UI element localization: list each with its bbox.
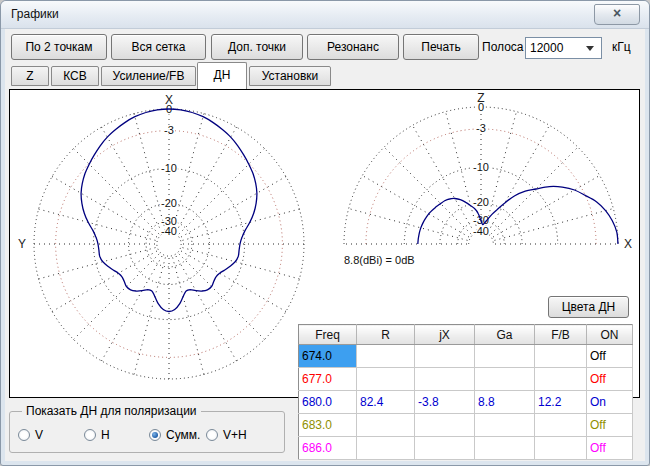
cell-freq[interactable]: 680.0: [299, 391, 357, 414]
db-ring-label: -3: [476, 122, 486, 134]
cell-freq[interactable]: 674.0: [299, 345, 357, 368]
db-ring-label: -40: [161, 225, 177, 237]
cell-freq[interactable]: 677.0: [299, 368, 357, 391]
db-ring-label: -10: [161, 162, 177, 174]
polarization-title: Показать ДН для поляризации: [22, 404, 201, 418]
graphs-window: Графики × По 2 точкам Вся сетка Доп. точ…: [0, 0, 650, 466]
radio-circle-icon[interactable]: [18, 429, 30, 441]
db-ring-label: -40: [473, 225, 489, 237]
col-ga: Ga: [475, 325, 535, 345]
cell-on[interactable]: Off: [587, 414, 633, 437]
cell-ga[interactable]: [475, 368, 535, 391]
cell-freq[interactable]: 686.0: [299, 437, 357, 460]
db-ring-label: -20: [473, 196, 489, 208]
cell-ga[interactable]: [475, 437, 535, 460]
polar-grid: [34, 109, 304, 379]
tab-gain-fb[interactable]: Усиление/FB: [101, 66, 196, 86]
db-ring-label: -10: [473, 161, 489, 173]
cell-fb[interactable]: [535, 345, 587, 368]
cell-jx[interactable]: [415, 368, 475, 391]
table-row[interactable]: 683.0 Off: [299, 414, 633, 437]
frequency-table: Freq R jX Ga F/B ON 674.0 Off 677.0 Off …: [298, 324, 633, 460]
whole-grid-button[interactable]: Вся сетка: [111, 34, 206, 60]
col-freq: Freq: [299, 325, 357, 345]
radio-circle-icon[interactable]: [84, 429, 96, 441]
col-r: R: [357, 325, 415, 345]
cell-on[interactable]: Off: [587, 368, 633, 391]
cell-r[interactable]: [357, 368, 415, 391]
axis-label: X: [624, 237, 632, 251]
cell-ga[interactable]: [475, 345, 535, 368]
cell-jx[interactable]: [415, 345, 475, 368]
col-jx: jX: [415, 325, 475, 345]
resonance-button[interactable]: Резонанс: [307, 34, 399, 60]
col-fb: F/B: [535, 325, 587, 345]
cell-fb[interactable]: [535, 414, 587, 437]
cell-on[interactable]: Off: [587, 345, 633, 368]
polarization-groupbox: Показать ДН для поляризации V H Сумм. V+…: [9, 411, 285, 453]
radio-circle-icon[interactable]: [149, 429, 161, 441]
table-row[interactable]: 686.0 Off: [299, 437, 633, 460]
radio-sum-label: Сумм.: [166, 428, 200, 442]
cell-jx[interactable]: -3.8: [415, 391, 475, 414]
window-title: Графики: [11, 7, 59, 21]
radio-v-label: V: [35, 428, 43, 442]
radio-sum[interactable]: Сумм.: [149, 428, 200, 442]
radio-circle-icon[interactable]: [206, 429, 218, 441]
cell-r[interactable]: [357, 437, 415, 460]
polar-azimuth-chart: 0-3-10-20-30-40XY: [18, 93, 304, 379]
by-2-points-button[interactable]: По 2 точкам: [11, 34, 107, 60]
radio-v-plus-h[interactable]: V+H: [206, 428, 247, 442]
cell-fb[interactable]: [535, 437, 587, 460]
cell-on[interactable]: Off: [587, 437, 633, 460]
tab-settings[interactable]: Установки: [249, 66, 331, 86]
chevron-down-icon[interactable]: [586, 46, 594, 51]
extra-points-button[interactable]: Доп. точки: [211, 34, 303, 60]
tab-pattern[interactable]: ДН: [197, 62, 247, 89]
cell-fb[interactable]: [535, 368, 587, 391]
db-ring-label: -20: [161, 197, 177, 209]
radio-h-label: H: [101, 428, 110, 442]
table-header-row: Freq R jX Ga F/B ON: [299, 325, 633, 345]
cell-freq[interactable]: 683.0: [299, 414, 357, 437]
pattern-colors-button[interactable]: Цвета ДН: [548, 296, 629, 318]
cell-on[interactable]: On: [587, 391, 633, 414]
cell-r[interactable]: [357, 414, 415, 437]
radio-h[interactable]: H: [84, 428, 110, 442]
close-button[interactable]: ×: [594, 4, 640, 25]
title-bar[interactable]: Графики ×: [1, 1, 649, 29]
polar-elevation-chart: 0-3-10-20-30-40ZX: [344, 91, 632, 251]
print-button[interactable]: Печать: [403, 34, 479, 60]
cell-fb[interactable]: 12.2: [535, 391, 587, 414]
band-value: 12000: [530, 41, 563, 55]
reference-level-note: 8.8(dBi) = 0dB: [344, 254, 415, 266]
radio-v[interactable]: V: [18, 428, 43, 442]
axis-label: Z: [477, 91, 484, 105]
cell-r[interactable]: 82.4: [357, 391, 415, 414]
cell-jx[interactable]: [415, 414, 475, 437]
axis-label: Y: [18, 237, 26, 251]
db-ring-label: -3: [164, 124, 174, 136]
table-row[interactable]: 677.0 Off: [299, 368, 633, 391]
col-on: ON: [587, 325, 633, 345]
table-row[interactable]: 680.0 82.4 -3.8 8.8 12.2 On: [299, 391, 633, 414]
cell-jx[interactable]: [415, 437, 475, 460]
tab-swr[interactable]: КСВ: [51, 66, 99, 86]
band-unit-label: кГц: [612, 40, 631, 54]
tab-z[interactable]: Z: [11, 66, 49, 86]
band-label: Полоса: [482, 40, 524, 54]
band-combobox[interactable]: 12000: [525, 37, 602, 59]
radio-v-plus-h-label: V+H: [223, 428, 247, 442]
axis-label: X: [165, 93, 173, 107]
cell-ga[interactable]: 8.8: [475, 391, 535, 414]
table-row[interactable]: 674.0 Off: [299, 345, 633, 368]
cell-ga[interactable]: [475, 414, 535, 437]
cell-r[interactable]: [357, 345, 415, 368]
